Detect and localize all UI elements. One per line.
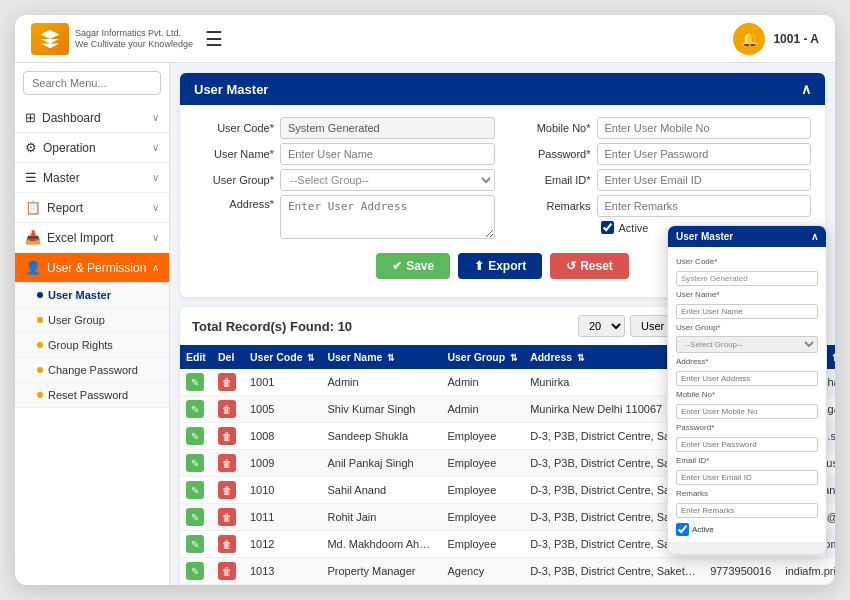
delete-button[interactable]: 🗑 <box>218 562 236 580</box>
col-user-group[interactable]: User Group ⇅ <box>441 345 524 369</box>
user-group-cell: Employee <box>441 531 524 558</box>
sidebar-search-container <box>15 63 169 103</box>
user-name-cell: Nitin <box>321 585 441 586</box>
sidebar-item-report[interactable]: 📋 Report ∨ <box>15 193 169 223</box>
mobile-form-body: User Code* User Name* User Group* --Sele… <box>668 247 826 542</box>
edit-button[interactable]: ✎ <box>186 454 204 472</box>
sidebar-item-dashboard[interactable]: ⊞ Dashboard ∨ <box>15 103 169 133</box>
delete-cell: 🗑 <box>212 477 244 504</box>
save-button[interactable]: ✔ Save <box>376 253 450 279</box>
user-permission-subitems: User Master User Group Group Rights Chan… <box>15 283 169 408</box>
delete-button[interactable]: 🗑 <box>218 454 236 472</box>
hamburger-icon[interactable]: ☰ <box>205 27 223 51</box>
form-panel-title: User Master <box>194 82 268 97</box>
user-group-cell: Employee <box>441 423 524 450</box>
panel-collapse-icon[interactable]: ∧ <box>801 81 811 97</box>
chevron-icon: ∧ <box>152 262 159 273</box>
mobile-password-input[interactable] <box>676 437 818 452</box>
sidebar-item-user-permission[interactable]: 👤 User & Permission ∧ <box>15 253 169 283</box>
sidebar-item-operation[interactable]: ⚙ Operation ∨ <box>15 133 169 163</box>
user-code-label: User Code* <box>194 122 274 134</box>
active-checkbox[interactable] <box>601 221 614 234</box>
address-cell: D-3, P3B, District Centre, Saket, New De… <box>524 558 704 585</box>
edit-cell: ✎ <box>180 504 212 531</box>
reset-icon: ↺ <box>566 259 576 273</box>
dot-icon <box>37 292 43 298</box>
col-user-code[interactable]: User Code ⇅ <box>244 345 321 369</box>
mobile-label: Mobile No* <box>511 122 591 134</box>
sidebar-subitem-user-master[interactable]: User Master <box>15 283 169 308</box>
mobile-email-input[interactable] <box>676 470 818 485</box>
email-input[interactable] <box>597 169 812 191</box>
edit-button[interactable]: ✎ <box>186 400 204 418</box>
password-input[interactable] <box>597 143 812 165</box>
remarks-row: Remarks <box>511 195 812 217</box>
chevron-icon: ∨ <box>152 202 159 213</box>
edit-button[interactable]: ✎ <box>186 373 204 391</box>
edit-button[interactable]: ✎ <box>186 535 204 553</box>
address-row: Address* <box>194 195 495 239</box>
edit-button[interactable]: ✎ <box>186 481 204 499</box>
sidebar-item-master[interactable]: ☰ Master ∨ <box>15 163 169 193</box>
sidebar-subitem-user-group[interactable]: User Group <box>15 308 169 333</box>
user-code-cell: 1005 <box>244 396 321 423</box>
mobile-address-input[interactable] <box>676 371 818 386</box>
delete-button[interactable]: 🗑 <box>218 427 236 445</box>
chevron-icon: ∨ <box>152 142 159 153</box>
delete-button[interactable]: 🗑 <box>218 508 236 526</box>
page-size-select[interactable]: 20 10 50 <box>578 315 625 337</box>
mobile-user-name-input[interactable] <box>676 304 818 319</box>
mobile-cell: 9773950016 <box>704 558 779 585</box>
mobile-password-label: Password* <box>676 423 818 432</box>
user-group-select[interactable]: --Select Group-- <box>280 169 495 191</box>
mobile-mobile-label: Mobile No* <box>676 390 818 399</box>
delete-cell: 🗑 <box>212 585 244 586</box>
search-input[interactable] <box>23 71 161 95</box>
user-icon: 👤 <box>25 260 41 275</box>
delete-button[interactable]: 🗑 <box>218 373 236 391</box>
bell-icon[interactable]: 🔔 <box>733 23 765 55</box>
mobile-user-group-select[interactable]: --Select Group-- <box>676 336 818 353</box>
active-label: Active <box>619 222 649 234</box>
edit-cell: ✎ <box>180 450 212 477</box>
mobile-remarks-input[interactable] <box>676 503 818 518</box>
edit-button[interactable]: ✎ <box>186 427 204 445</box>
sidebar-subitem-group-rights[interactable]: Group Rights <box>15 333 169 358</box>
edit-cell: ✎ <box>180 423 212 450</box>
user-code-cell: 1012 <box>244 531 321 558</box>
mobile-mobile-input[interactable] <box>676 404 818 419</box>
delete-button[interactable]: 🗑 <box>218 535 236 553</box>
report-icon: 📋 <box>25 200 41 215</box>
user-code-cell: 1011 <box>244 504 321 531</box>
email-cell: nitin@priuspla... <box>779 585 835 586</box>
mobile-user-name-label: User Name* <box>676 290 818 299</box>
remarks-input[interactable] <box>597 195 812 217</box>
user-group-cell: Employee <box>441 450 524 477</box>
delete-button[interactable]: 🗑 <box>218 400 236 418</box>
sidebar-subitem-reset-password[interactable]: Reset Password <box>15 383 169 408</box>
reset-button[interactable]: ↺ Reset <box>550 253 629 279</box>
email-label: Email ID* <box>511 174 591 186</box>
sidebar-item-excel-import[interactable]: 📥 Excel Import ∨ <box>15 223 169 253</box>
delete-cell: 🗑 <box>212 558 244 585</box>
user-group-cell: Management <box>441 585 524 586</box>
table-row: ✎ 🗑 1014 Nitin Management D-3, P3B, Dist… <box>180 585 835 586</box>
sidebar-subitem-change-password[interactable]: Change Password <box>15 358 169 383</box>
delete-cell: 🗑 <box>212 396 244 423</box>
mobile-input[interactable] <box>597 117 812 139</box>
col-user-name[interactable]: User Name ⇅ <box>321 345 441 369</box>
delete-button[interactable]: 🗑 <box>218 481 236 499</box>
edit-button[interactable]: ✎ <box>186 508 204 526</box>
mobile-overlay-chevron[interactable]: ∧ <box>811 231 818 242</box>
form-left-column: User Code* User Name* User Group* --Sel <box>194 117 495 243</box>
mobile-form-overlay: User Master ∧ User Code* User Name* User… <box>667 225 827 555</box>
edit-button[interactable]: ✎ <box>186 562 204 580</box>
delete-cell: 🗑 <box>212 450 244 477</box>
user-info: 1001 - A <box>773 32 819 46</box>
address-input[interactable] <box>280 195 495 239</box>
user-group-cell: Admin <box>441 369 524 396</box>
main-layout: ⊞ Dashboard ∨ ⚙ Operation ∨ ☰ Master ∨ <box>15 63 835 585</box>
export-button[interactable]: ⬆ Export <box>458 253 542 279</box>
user-name-input[interactable] <box>280 143 495 165</box>
mobile-active-checkbox[interactable] <box>676 523 689 536</box>
